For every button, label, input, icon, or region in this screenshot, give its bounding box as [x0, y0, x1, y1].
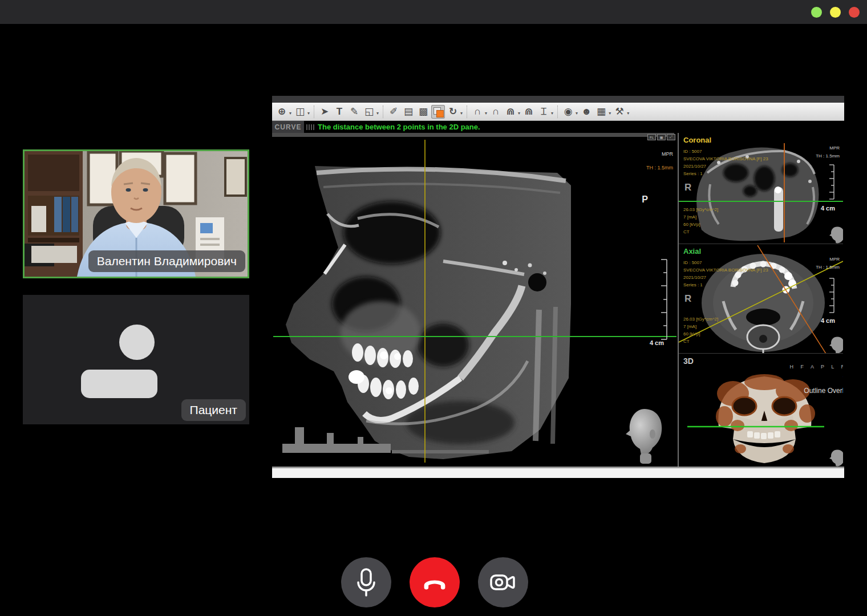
- dropdown-arrow-icon[interactable]: ▾: [551, 111, 553, 116]
- scale-label: 4 cm: [821, 205, 835, 212]
- rotate-view-tool[interactable]: ↻: [446, 105, 460, 119]
- acquisition-info-block: 26.03 [tGy*cm^2]7 [mA] 60 [kVp]CT: [683, 206, 718, 236]
- ct-footer-strip: [272, 467, 844, 478]
- pencil-measure-tool[interactable]: ✎: [347, 105, 361, 119]
- overlay-tool[interactable]: [431, 105, 445, 119]
- coronal-view[interactable]: Coronal ID : 5007SVECOVA VIKTORIA BORISO…: [679, 133, 843, 244]
- camera-icon: [487, 569, 519, 596]
- settings-tool[interactable]: ⚒: [613, 105, 626, 119]
- capture-tool[interactable]: ◉: [561, 105, 575, 119]
- dropdown-arrow-icon[interactable]: ▾: [627, 111, 629, 116]
- side-views-column: Coronal ID : 5007SVECOVA VIKTORIA BORISO…: [678, 133, 843, 467]
- panoramic-teeth-tool[interactable]: ⋒: [504, 105, 517, 119]
- mpr-mode-label: MPR: [829, 145, 840, 151]
- slice-thickness-label: TH : 1.5mm: [646, 165, 673, 171]
- outline-overlay-label: Outline Overlay: [804, 387, 843, 395]
- hangup-phone-icon: [420, 568, 449, 597]
- patient-info-block: ID : 5007SVECOVA VIKTORIA BORISOVNA [F] …: [683, 259, 768, 289]
- patient-record-tool[interactable]: ☻: [580, 105, 593, 119]
- text-annotation-tool[interactable]: T: [333, 105, 346, 119]
- volume-3d-tool[interactable]: ◫: [293, 105, 307, 119]
- window-title-bar: [0, 0, 867, 24]
- mpr-mode-label: MPR: [829, 257, 840, 262]
- mini-button-fl[interactable]: FL: [647, 134, 656, 140]
- grip-handle-icon: [306, 121, 314, 133]
- dropdown-arrow-icon[interactable]: ▾: [518, 111, 520, 116]
- implant-tool[interactable]: ⌶: [537, 105, 550, 119]
- microphone-icon: [354, 568, 379, 597]
- ct-toolbar: ⊕▾◫▾➤T✎◱▾✐▤▩↻▾∩▾∩⋒▾⋒⌶▾◉▾☻▦▾⚒▾: [272, 103, 844, 121]
- view-mini-buttons: FL ▦ ⤢: [647, 134, 675, 140]
- axial-view[interactable]: Axial ID : 5007SVECOVA VIKTORIA BORISOVN…: [679, 244, 843, 354]
- panoramic-teeth-m-tool[interactable]: ⋒: [522, 105, 536, 119]
- mini-button-expand[interactable]: ⤢: [667, 134, 675, 140]
- select-cursor-tool[interactable]: ➤: [318, 105, 331, 119]
- slice-thickness-label: TH : 1.5mm: [816, 265, 840, 270]
- arch-curve-m-tool[interactable]: ∩: [489, 105, 503, 119]
- curve-tab[interactable]: CURVE: [272, 121, 304, 133]
- sagittal-ct-image: [272, 133, 678, 467]
- mpr-mode-label: MPR: [662, 151, 673, 157]
- orientation-right-label: R: [684, 182, 691, 193]
- patient-info-block: ID : 5007SVECOVA VIKTORIA BORISOVNA [F] …: [683, 148, 768, 177]
- traffic-light-red[interactable]: [849, 7, 860, 18]
- orientation-letters: H F A P L R: [789, 364, 843, 370]
- dropdown-arrow-icon[interactable]: ▾: [289, 111, 291, 116]
- ct-title-strip: [272, 96, 844, 103]
- dropdown-arrow-icon[interactable]: ▾: [576, 111, 578, 116]
- toolbar-separator: [314, 106, 314, 118]
- arch-curve-tool[interactable]: ∩: [471, 105, 484, 119]
- orientation-posterior-label: P: [642, 194, 648, 205]
- slice-thickness-label: TH : 1.5mm: [816, 153, 840, 159]
- edit-notes-tool[interactable]: ✐: [387, 105, 400, 119]
- image-select-tool[interactable]: ▤: [402, 105, 415, 119]
- threed-render-image: [679, 354, 843, 467]
- toolbar-separator: [467, 106, 467, 118]
- mini-button-grid[interactable]: ▦: [657, 134, 666, 140]
- orientation-right-label: R: [684, 293, 691, 305]
- pan-globe-tool[interactable]: ⊕: [275, 105, 289, 119]
- dropdown-arrow-icon[interactable]: ▾: [376, 111, 379, 116]
- camera-button[interactable]: [478, 557, 528, 607]
- scale-label: 4 cm: [821, 317, 835, 324]
- axial-title: Axial: [683, 247, 701, 256]
- acquisition-info-block: 26.03 [tGy*cm^2]7 [mA] 60 [kVp]CT: [683, 315, 718, 345]
- microphone-button[interactable]: [341, 557, 391, 607]
- traffic-light-green[interactable]: [811, 7, 822, 18]
- shapes-tool[interactable]: ◱: [362, 105, 376, 119]
- coronal-title: Coronal: [683, 136, 711, 144]
- dropdown-arrow-icon[interactable]: ▾: [460, 111, 463, 116]
- patient-avatar-body: [81, 370, 157, 398]
- layout-tool[interactable]: ▦: [594, 105, 608, 119]
- toolbar-separator: [557, 106, 558, 118]
- doctor-name-label: Валентин Владимирович: [88, 250, 245, 272]
- dropdown-arrow-icon[interactable]: ▾: [307, 111, 310, 116]
- ct-content-area: FL ▦ ⤢ MPR TH : 1.5mm P 4 cm: [272, 133, 844, 467]
- patient-name-label: Пациент: [181, 399, 246, 421]
- patient-video-tile[interactable]: Пациент: [23, 295, 249, 424]
- threed-title: 3D: [683, 356, 694, 366]
- sagittal-view[interactable]: FL ▦ ⤢ MPR TH : 1.5mm P 4 cm: [272, 133, 678, 467]
- status-message: The distance between 2 points in the 2D …: [318, 121, 480, 133]
- threed-view[interactable]: 3D H F A P L R V Outline Overlay: [679, 354, 843, 467]
- dropdown-arrow-icon[interactable]: ▾: [485, 111, 487, 116]
- ct-software-window: ⊕▾◫▾➤T✎◱▾✐▤▩↻▾∩▾∩⋒▾⋒⌶▾◉▾☻▦▾⚒▾ CURVE The …: [272, 96, 844, 478]
- scale-label: 4 cm: [650, 339, 664, 346]
- dropdown-arrow-icon[interactable]: ▾: [609, 111, 611, 116]
- end-call-button[interactable]: [410, 557, 460, 607]
- ct-status-row: CURVE The distance between 2 points in t…: [272, 121, 844, 133]
- toolbar-separator: [383, 106, 383, 118]
- traffic-light-yellow[interactable]: [830, 7, 841, 18]
- patient-avatar-head: [119, 325, 155, 360]
- image-histogram-tool[interactable]: ▩: [416, 105, 430, 119]
- doctor-video-tile[interactable]: Валентин Владимирович: [23, 149, 249, 278]
